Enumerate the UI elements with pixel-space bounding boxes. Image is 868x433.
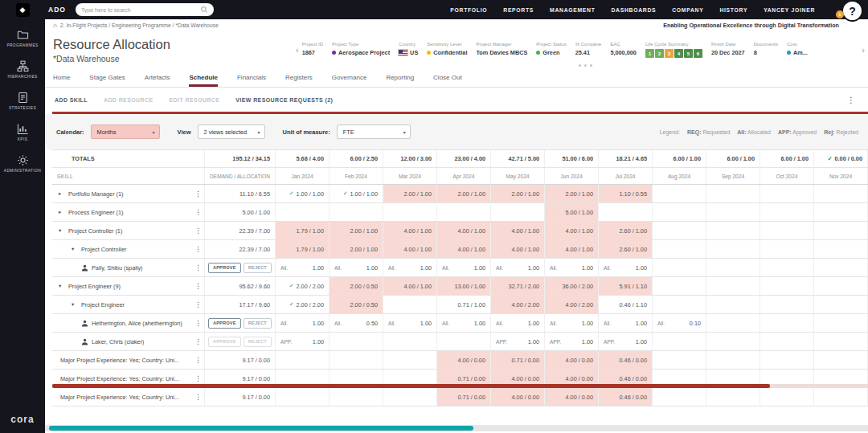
chevron-down-icon: ▾ <box>153 129 155 135</box>
page-horizontal-scrollbar[interactable] <box>45 425 868 431</box>
grid-horizontal-scrollbar[interactable] <box>52 384 868 388</box>
help-button[interactable]: ? <box>841 0 863 22</box>
allocation-value: 1.00 <box>474 320 485 327</box>
row-menu-icon[interactable]: ⋮ <box>194 263 202 272</box>
home-icon[interactable]: ⌂ <box>53 22 57 29</box>
toolbar-buttons: ADD SKILLADD RESOURCEEDIT RESOURCEVIEW R… <box>45 97 333 103</box>
tab-close-out[interactable]: Close Out <box>433 74 462 87</box>
value-cell <box>653 296 706 313</box>
toolbar-view-resource-requests-2[interactable]: VIEW RESOURCE REQUESTS (2) <box>235 97 333 103</box>
row-menu-icon[interactable]: ⋮ <box>194 227 202 235</box>
value-cell <box>437 333 491 350</box>
row-menu-icon[interactable]: ⋮ <box>194 374 202 382</box>
tab-schedule[interactable]: Schedule <box>189 74 218 87</box>
menu-portfolio[interactable]: PORTFOLIO <box>450 7 487 13</box>
grid-row: Laker, Chris (claker)⋮APPROVEREJECTAPP.1… <box>52 333 868 351</box>
menu-reports[interactable]: REPORTS <box>503 7 534 13</box>
field-label: Project Type <box>332 42 390 47</box>
grid-row: ▸Portfolio Manager (1)⋮11.10 / 6.55✓1.00… <box>52 185 868 203</box>
allocation-status-label: APP. <box>604 339 615 345</box>
sidebar-item-kpis[interactable]: KPIS <box>0 116 45 148</box>
breadcrumb-bar: ⌂ 2. In-Flight Projects / Engineering Pr… <box>45 19 868 31</box>
notification-badge: 1 <box>836 10 844 18</box>
row-menu-icon[interactable]: ⋮ <box>194 356 202 364</box>
value-cell: All.0.50 <box>330 314 383 332</box>
menu-history[interactable]: HISTORY <box>719 7 747 13</box>
allocation-status-label: APP. <box>550 339 561 345</box>
row-menu-icon[interactable]: ⋮ <box>194 337 202 345</box>
breadcrumb[interactable]: 2. In-Flight Projects / Engineering Prog… <box>60 22 219 28</box>
menu-company[interactable]: COMPANY <box>672 7 703 13</box>
chevron-down-icon[interactable]: ▾ <box>59 283 68 289</box>
page-title: Resource Allocation <box>53 37 293 52</box>
chevron-down-icon[interactable]: ▾ <box>59 227 68 234</box>
month-header-jan-2024: Jan 2024 <box>276 168 330 184</box>
value-cell: 36.00 / 2.00 <box>545 277 599 295</box>
row-menu-icon[interactable]: ⋮ <box>194 300 202 308</box>
sidebar-item-label: PROGRAMMES <box>6 43 38 47</box>
field-value: 8 <box>754 49 778 56</box>
menu-management[interactable]: MANAGEMENT <box>550 7 595 13</box>
value-cell <box>814 351 868 369</box>
value-cell: All.1.00 <box>545 314 599 332</box>
chevron-right-icon[interactable]: ▸ <box>59 190 68 197</box>
value-cell <box>814 277 868 295</box>
sidebar-item-strategies[interactable]: STRATEGIES <box>0 85 45 116</box>
gear-icon <box>17 154 29 166</box>
allocation-value: 0.50 <box>366 320 378 327</box>
approve-button[interactable]: APPROVE <box>208 263 241 273</box>
demand-allocation-cell: APPROVEREJECT <box>205 333 276 350</box>
lifecycle-stage-5: 5 <box>684 49 693 58</box>
menu-dashboards[interactable]: DASHBOARDS <box>612 7 657 13</box>
row-menu-icon[interactable]: ⋮ <box>194 319 202 327</box>
field-complete: % Complete25.41 <box>575 42 602 56</box>
tab-financials[interactable]: Financials <box>237 74 266 87</box>
chevron-right-icon[interactable]: ▸ <box>59 209 68 215</box>
value-cell: 4.00 / 1.00 <box>383 222 437 239</box>
check-icon: ✓ <box>289 301 294 308</box>
chevron-down-icon[interactable]: ▾ <box>72 301 81 308</box>
demand-allocation-cell: 22.39 / 7.00 <box>205 222 276 239</box>
topbar: ◆ ADO PORTFOLIOREPORTSMANAGEMENTDASHBOAR… <box>0 0 868 19</box>
row-label: Portfolio Manager (1) <box>68 190 193 198</box>
value-cell: APP.1.00 <box>491 333 545 350</box>
sidebar-item-hierarchies[interactable]: HIERARCHIES <box>0 54 45 85</box>
tab-home[interactable]: Home <box>53 74 70 87</box>
toolbar-add-skill[interactable]: ADD SKILL <box>55 97 88 103</box>
view-select[interactable]: 2 views selected ▾ <box>198 125 265 139</box>
tab-artefacts[interactable]: Artefacts <box>145 74 170 87</box>
sidebar-item-administration[interactable]: ADMINISTRATION <box>0 148 45 179</box>
value-cell: All.1.00 <box>599 259 653 276</box>
page-scroll-thumb[interactable] <box>49 426 473 431</box>
calendar-select[interactable]: Months ▾ <box>91 125 160 139</box>
row-menu-icon[interactable]: ⋮ <box>194 282 202 290</box>
tab-governance[interactable]: Governance <box>332 74 367 87</box>
approve-button[interactable]: APPROVE <box>208 318 241 329</box>
tab-registers[interactable]: Registers <box>285 74 313 87</box>
row-menu-icon[interactable]: ⋮ <box>194 393 202 401</box>
tab-stage-gates[interactable]: Stage Gates <box>89 74 125 87</box>
menu-yancey-joiner[interactable]: YANCEY JOINER <box>764 7 815 13</box>
field-project-id: Project ID1867 <box>302 42 323 56</box>
grid-scroll-thumb[interactable] <box>52 384 770 388</box>
allocation-value: 1.00 <box>420 320 432 327</box>
chevron-down-icon[interactable]: ▾ <box>72 246 81 252</box>
value-cell <box>814 259 868 276</box>
sidebar-item-programmes[interactable]: PROGRAMMES <box>0 22 45 54</box>
fields-next-icon[interactable]: › <box>858 45 868 55</box>
reject-button[interactable]: REJECT <box>244 263 272 273</box>
search-input[interactable] <box>81 7 200 13</box>
unit-select[interactable]: FTE ▾ <box>337 125 411 139</box>
ado-logo[interactable]: ◆ <box>0 3 45 17</box>
row-menu-icon[interactable]: ⋮ <box>194 245 202 253</box>
fields-prev-icon[interactable]: ‹ <box>293 45 302 55</box>
tab-reporting[interactable]: Reporting <box>386 74 414 87</box>
value-cell <box>383 388 437 406</box>
search-box[interactable] <box>76 3 214 16</box>
row-menu-icon[interactable]: ⋮ <box>194 190 202 198</box>
lifecycle-stage-1: 1 <box>645 49 654 58</box>
row-menu-icon[interactable]: ⋮ <box>194 208 202 216</box>
value-cell <box>760 351 814 369</box>
toolbar-menu-icon[interactable]: ⋮ <box>847 96 855 104</box>
reject-button[interactable]: REJECT <box>244 318 272 329</box>
